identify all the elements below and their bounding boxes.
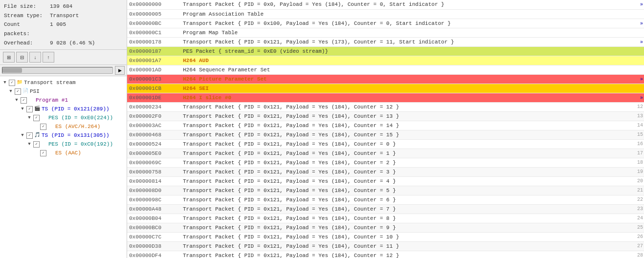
tree-item-es-aac[interactable]: ▷ ✓ ES (AAC) (0, 149, 127, 157)
toolbar-btn-2[interactable]: ⊟ (16, 52, 28, 63)
table-row[interactable]: 0x00000758Transport Packet { PID = 0x121… (127, 167, 644, 176)
tree-label-ts121: TS (PID = 0x121(289)) (42, 105, 110, 113)
table-row[interactable]: 0x000000C1Program Map Table (127, 28, 644, 37)
packet-address: 0x00000D38 (127, 241, 181, 251)
table-row[interactable]: 0x00000234Transport Packet { PID = 0x121… (127, 102, 644, 111)
toolbar: ⊞ ⊟ ↓ ↑ (0, 50, 127, 65)
tree-item-ts131[interactable]: ▼ ✓ 🎵 TS (PID = 0x131(305)) (0, 131, 127, 140)
packet-description: H264 AUD (181, 56, 634, 65)
tree-expander-pes-e0[interactable]: ▼ (26, 115, 32, 121)
tree-checkbox-root[interactable]: ✓ (9, 80, 15, 86)
table-row[interactable]: 0x00000178Transport Packet { PID = 0x121… (127, 37, 644, 46)
tree-checkbox-es-avc[interactable]: ✓ (40, 124, 46, 130)
table-row[interactable]: 0x000000BCTransport Packet { PID = 0x100… (127, 19, 644, 28)
packet-description: H264 SEI (181, 84, 634, 93)
tree-checkbox-pes-e0[interactable]: ✓ (33, 115, 40, 121)
packet-indicator: 17 (634, 149, 644, 158)
table-row[interactable]: 0x0000069CTransport Packet { PID = 0x121… (127, 158, 644, 167)
packet-description: Transport Packet { PID = 0x121, Payload … (181, 186, 634, 195)
play-button[interactable]: ▶ (115, 66, 125, 75)
horizontal-scrollbar[interactable] (2, 67, 113, 74)
table-row[interactable]: 0x00000005Program Association Table (127, 9, 644, 19)
table-row[interactable]: 0x000001CBH264 SEI (127, 84, 644, 93)
double-arrow-icon: » (640, 40, 643, 45)
table-row[interactable]: 0x00000BC0Transport Packet { PID = 0x121… (127, 223, 644, 232)
packet-indicator (634, 46, 644, 56)
file-info: File size: 139 684 Stream type: Transpor… (0, 0, 127, 50)
tree-checkbox-program1[interactable]: ✓ (21, 97, 27, 104)
right-panel: 0x00000000Transport Packet { PID = 0x0, … (127, 0, 644, 258)
packet-indicator: 16 (634, 139, 644, 149)
table-row[interactable]: 0x000001C3H264 Picture Parameter Set» (127, 74, 644, 84)
packet-description: Transport Packet { PID = 0x121, Payload … (181, 111, 634, 121)
packet-address: 0x00000DF4 (127, 251, 181, 258)
table-row[interactable]: 0x000003ACTransport Packet { PID = 0x121… (127, 121, 644, 130)
packet-address: 0x000003AC (127, 121, 181, 130)
table-row[interactable]: 0x00000000Transport Packet { PID = 0x0, … (127, 0, 644, 9)
packet-address: 0x00000000 (127, 0, 181, 9)
packet-indicator (634, 9, 644, 19)
packet-indicator: 28 (634, 251, 644, 258)
table-row[interactable]: 0x00000A48Transport Packet { PID = 0x121… (127, 204, 644, 214)
packet-description: Transport Packet { PID = 0x121, Payload … (181, 149, 634, 158)
table-row[interactable]: 0x00000524Transport Packet { PID = 0x121… (127, 139, 644, 149)
tree-item-pes-e0[interactable]: ▼ ✓ PES (ID = 0xE0(224)) (0, 113, 127, 122)
tree-item-ts121[interactable]: ▼ ✓ 🎬 TS (PID = 0x121(289)) (0, 105, 127, 113)
table-row[interactable]: 0x00000D38Transport Packet { PID = 0x121… (127, 241, 644, 251)
tree-expander-psi[interactable]: ▼ (8, 88, 14, 94)
tree-label-es-avc: ES (AVC/H.264) (55, 123, 100, 130)
packet-address: 0x00000187 (127, 46, 181, 56)
table-row[interactable]: 0x00000DF4Transport Packet { PID = 0x121… (127, 251, 644, 258)
tree-item-pes-c0[interactable]: ▼ ✓ PES (ID = 0xC0(192)) (0, 140, 127, 149)
tree-expander-program1[interactable]: ▼ (14, 97, 20, 103)
tree-checkbox-psi[interactable]: ✓ (15, 88, 21, 95)
packet-description: H264 Picture Parameter Set (181, 74, 634, 84)
tree-expander-ts131[interactable]: ▼ (20, 132, 25, 138)
tree-label-pes-e0: PES (ID = 0xE0(224)) (48, 114, 113, 122)
packet-description: Transport Packet { PID = 0x0, Payload = … (181, 0, 634, 9)
tree-label-program1: Program #1 (36, 96, 68, 104)
packet-description: Transport Packet { PID = 0x121, Payload … (181, 158, 634, 167)
table-row[interactable]: 0x0000098CTransport Packet { PID = 0x121… (127, 195, 644, 204)
packet-address: 0x00000BC0 (127, 223, 181, 232)
tree-item-program1[interactable]: ▼ ✓ Program #1 (0, 96, 127, 105)
tree-checkbox-es-aac[interactable]: ✓ (40, 150, 46, 156)
table-row[interactable]: 0x00000C7CTransport Packet { PID = 0x121… (127, 232, 644, 241)
toolbar-btn-3[interactable]: ↓ (29, 52, 41, 63)
packet-address: 0x00000468 (127, 130, 181, 139)
packet-description: Transport Packet { PID = 0x121, Payload … (181, 176, 634, 186)
tree-expander-pes-c0[interactable]: ▼ (26, 141, 32, 147)
tree-expander-ts121[interactable]: ▼ (20, 106, 25, 112)
tree-area: ▼ ✓ 📁 Transport stream ▼ ✓ 📄 PSI ▼ ✓ Pro… (0, 76, 127, 258)
tree-root[interactable]: ▼ ✓ 📁 Transport stream (0, 78, 127, 87)
packet-address: 0x00000234 (127, 102, 181, 111)
stream-type-value: Transport (50, 11, 79, 21)
scroll-bar-area: ▶ (0, 65, 127, 76)
packet-table[interactable]: 0x00000000Transport Packet { PID = 0x0, … (127, 0, 644, 258)
table-row[interactable]: 0x000001A7H264 AUD (127, 56, 644, 65)
table-row[interactable]: 0x000008D0Transport Packet { PID = 0x121… (127, 186, 644, 195)
tree-expander-root[interactable]: ▼ (2, 80, 8, 86)
tree-item-psi[interactable]: ▼ ✓ 📄 PSI (0, 87, 127, 96)
tree-label-ts131: TS (PID = 0x131(305)) (42, 131, 110, 139)
tree-checkbox-pes-c0[interactable]: ✓ (33, 141, 40, 148)
toolbar-btn-1[interactable]: ⊞ (3, 52, 15, 63)
table-row[interactable]: 0x00000187PES Packet { stream_id = 0xE0 … (127, 46, 644, 56)
packet-address: 0x00000C7C (127, 232, 181, 241)
table-row[interactable]: 0x000005E0Transport Packet { PID = 0x121… (127, 149, 644, 158)
packet-address: 0x0000098C (127, 195, 181, 204)
tree-checkbox-ts131[interactable]: ✓ (26, 132, 33, 139)
tree-item-es-avc[interactable]: ▷ ✓ ES (AVC/H.264) (0, 122, 127, 131)
table-row[interactable]: 0x00000468Transport Packet { PID = 0x121… (127, 130, 644, 139)
toolbar-btn-4[interactable]: ↑ (43, 52, 54, 63)
table-row[interactable]: 0x00000814Transport Packet { PID = 0x121… (127, 176, 644, 186)
table-row[interactable]: 0x000001DEH264 I slice #0» (127, 93, 644, 102)
packets-table: 0x00000000Transport Packet { PID = 0x0, … (127, 0, 644, 258)
table-row[interactable]: 0x000001ADH264 Sequence Parameter Set (127, 65, 644, 74)
table-row[interactable]: 0x00000B04Transport Packet { PID = 0x121… (127, 214, 644, 223)
double-arrow-icon: » (640, 21, 643, 26)
tree-icon-psi: 📄 (22, 88, 29, 95)
table-row[interactable]: 0x000002F0Transport Packet { PID = 0x121… (127, 111, 644, 121)
stream-type-label: Stream type: (4, 11, 48, 21)
tree-checkbox-ts121[interactable]: ✓ (26, 106, 33, 112)
